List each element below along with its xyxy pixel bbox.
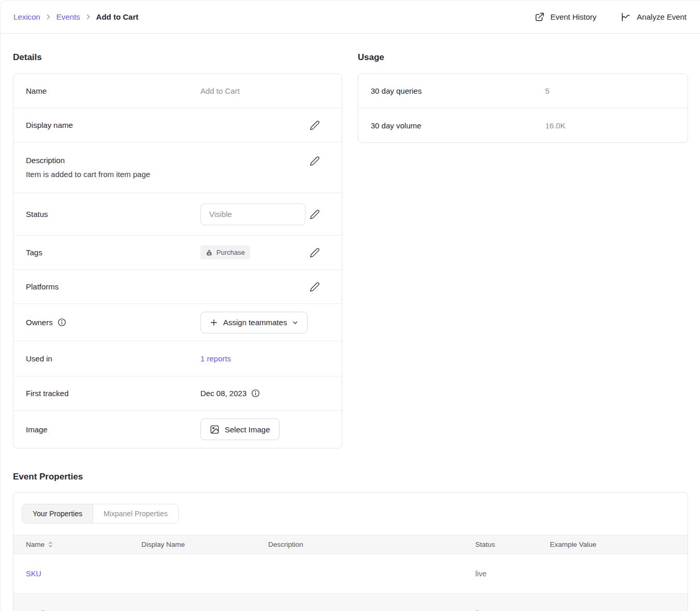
- column-header-display-name: Display Name: [141, 541, 268, 548]
- lexicon-event-page: Lexicon Events Add to Cart Event History: [0, 0, 700, 611]
- event-properties-section: Event Properties Your Properties Mixpane…: [13, 472, 688, 611]
- chevron-right-icon: [46, 13, 51, 20]
- usage-queries-label: 30 day queries: [371, 86, 545, 95]
- analyze-event-label: Analyze Event: [637, 12, 687, 21]
- chevron-right-icon: [86, 13, 91, 20]
- top-bar: Lexicon Events Add to Cart Event History: [1, 1, 700, 34]
- breadcrumb: Lexicon Events Add to Cart: [13, 12, 138, 21]
- column-header-status: Status: [475, 541, 550, 548]
- details-title: Details: [13, 52, 342, 63]
- detail-row-tags: Tags $ Purchase: [13, 236, 342, 270]
- info-icon[interactable]: [57, 318, 66, 327]
- select-image-button[interactable]: Select Image: [200, 418, 280, 440]
- usage-title: Usage: [358, 52, 688, 63]
- detail-row-display-name: Display name: [13, 108, 342, 142]
- display-name-label: Display name: [26, 121, 200, 129]
- detail-row-platforms: Platforms: [13, 270, 342, 304]
- image-label: Image: [26, 425, 200, 434]
- owners-label: Owners: [26, 318, 200, 327]
- column-header-example-value: Example Value: [550, 541, 688, 548]
- detail-row-description: Description Item is added to cart from i…: [13, 142, 342, 193]
- platforms-label: Platforms: [26, 282, 200, 291]
- name-value: Add to Cart: [200, 86, 240, 95]
- usage-queries-value: 5: [545, 86, 549, 95]
- details-card: Name Add to Cart Display name Descriptio…: [13, 74, 342, 448]
- table-row-sku[interactable]: SKU live: [13, 554, 688, 594]
- chevron-down-icon: [292, 319, 298, 326]
- used-in-label: Used in: [26, 354, 200, 363]
- tab-mixpanel-properties[interactable]: Mixpanel Properties: [93, 504, 178, 523]
- usage-card: 30 day queries 5 30 day volume 16.0K: [358, 74, 688, 143]
- usage-volume-value: 16.0K: [545, 121, 565, 130]
- breadcrumb-events[interactable]: Events: [56, 12, 80, 21]
- tags-label: Tags: [26, 248, 200, 257]
- svg-text:$: $: [208, 252, 210, 255]
- properties-table-header: Name Display Name Description Status Exa…: [13, 535, 688, 554]
- details-section: Details Name Add to Cart Display name De…: [13, 52, 342, 448]
- detail-row-status: Status Visible: [13, 193, 342, 236]
- external-link-icon: [534, 12, 545, 22]
- usage-section: Usage 30 day queries 5 30 day volume 16.…: [358, 52, 688, 143]
- edit-status-icon[interactable]: [309, 208, 321, 221]
- description-label: Description: [26, 156, 200, 165]
- image-icon: [210, 425, 220, 434]
- properties-tabs: Your Properties Mixpanel Properties: [22, 504, 179, 523]
- edit-display-name-icon[interactable]: [309, 119, 321, 132]
- column-header-name[interactable]: Name: [13, 541, 141, 548]
- assign-teammates-button[interactable]: Assign teammates: [200, 312, 308, 333]
- breadcrumb-current: Add to Cart: [96, 12, 139, 21]
- first-tracked-value: Dec 08, 2023: [200, 389, 260, 398]
- plus-icon: [210, 318, 218, 327]
- detail-row-owners: Owners Assign teammates: [13, 304, 342, 341]
- column-header-description: Description: [268, 541, 475, 548]
- first-tracked-label: First tracked: [26, 389, 200, 398]
- money-bag-icon: $: [206, 249, 213, 256]
- description-value: Item is added to cart from item page: [26, 170, 329, 179]
- usage-row-queries: 30 day queries 5: [358, 74, 688, 108]
- line-chart-icon: [620, 12, 631, 22]
- tag-purchase-label: Purchase: [216, 249, 245, 256]
- detail-row-name: Name Add to Cart: [13, 74, 342, 108]
- analyze-event-button[interactable]: Analyze Event: [620, 12, 687, 22]
- usage-volume-label: 30 day volume: [371, 121, 545, 130]
- edit-platforms-icon[interactable]: [309, 281, 321, 293]
- breadcrumb-lexicon[interactable]: Lexicon: [13, 12, 40, 21]
- tag-purchase[interactable]: $ Purchase: [200, 245, 250, 259]
- info-icon[interactable]: [251, 389, 260, 398]
- event-history-label: Event History: [550, 12, 596, 21]
- detail-row-first-tracked: First tracked Dec 08, 2023: [13, 376, 342, 411]
- edit-description-icon[interactable]: [309, 155, 321, 167]
- event-properties-title: Event Properties: [13, 472, 688, 482]
- table-row-scroll-percent[interactable]: Scroll % live: [13, 594, 688, 611]
- property-link[interactable]: SKU: [26, 570, 41, 578]
- property-status: live: [475, 570, 550, 578]
- assign-teammates-label: Assign teammates: [223, 318, 287, 327]
- detail-row-used-in: Used in 1 reports: [13, 341, 342, 376]
- select-image-label: Select Image: [225, 425, 270, 434]
- top-bar-actions: Event History Analyze Event: [534, 12, 687, 22]
- status-input[interactable]: Visible: [200, 203, 305, 225]
- detail-row-image: Image Select Image: [13, 411, 342, 448]
- name-label: Name: [26, 86, 200, 95]
- status-label: Status: [26, 210, 200, 219]
- used-in-reports-link[interactable]: 1 reports: [200, 354, 231, 363]
- edit-tags-icon[interactable]: [309, 246, 321, 259]
- event-properties-card: Your Properties Mixpanel Properties Name…: [13, 492, 688, 611]
- event-history-button[interactable]: Event History: [534, 12, 596, 22]
- sort-icon[interactable]: [48, 541, 53, 548]
- tab-your-properties[interactable]: Your Properties: [22, 504, 93, 523]
- usage-row-volume: 30 day volume 16.0K: [358, 108, 688, 142]
